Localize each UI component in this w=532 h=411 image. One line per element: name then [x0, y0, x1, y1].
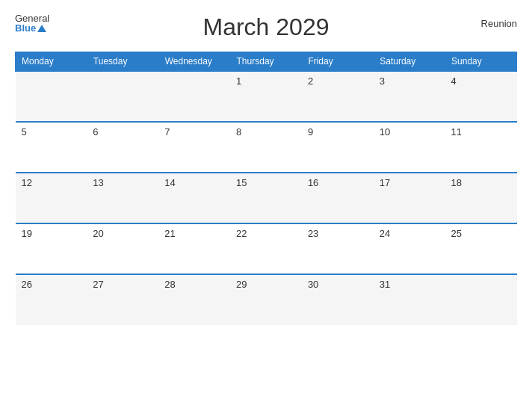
- col-friday: Friday: [302, 52, 374, 72]
- calendar-day: 10: [374, 122, 445, 173]
- calendar-day: 21: [158, 223, 230, 274]
- col-sunday: Sunday: [445, 52, 517, 72]
- calendar-day: [87, 71, 158, 122]
- calendar-day: 26: [16, 274, 87, 325]
- calendar-day: 9: [302, 122, 374, 173]
- calendar-day: 24: [374, 223, 445, 274]
- calendar-day: 3: [374, 71, 445, 122]
- month-title: March 2029: [203, 13, 330, 41]
- col-wednesday: Wednesday: [158, 52, 230, 72]
- calendar-body: 1234567891011121314151617181920212223242…: [16, 71, 517, 325]
- calendar-table: Monday Tuesday Wednesday Thursday Friday…: [15, 52, 517, 325]
- calendar-header-row: Monday Tuesday Wednesday Thursday Friday…: [16, 52, 517, 72]
- calendar-day: 4: [445, 71, 517, 122]
- calendar-header: General Blue March 2029 Reunion: [15, 13, 517, 41]
- calendar-day: 13: [87, 173, 158, 223]
- calendar-day: 5: [16, 122, 87, 173]
- calendar-day: 31: [374, 274, 445, 325]
- calendar-day: 6: [87, 122, 158, 173]
- logo-blue-text: Blue: [15, 23, 36, 33]
- calendar-day: 19: [16, 223, 87, 274]
- calendar-day: 16: [302, 173, 374, 223]
- col-saturday: Saturday: [374, 52, 445, 72]
- calendar-day: 23: [302, 223, 374, 274]
- calendar-week-row: 19202122232425: [16, 223, 517, 274]
- col-monday: Monday: [16, 52, 87, 72]
- calendar-day: 17: [374, 173, 445, 223]
- calendar-day: 7: [158, 122, 230, 173]
- calendar-day: 28: [158, 274, 230, 325]
- calendar-day: 27: [87, 274, 158, 325]
- calendar-week-row: 262728293031: [16, 274, 517, 325]
- col-tuesday: Tuesday: [87, 52, 158, 72]
- calendar-day: [16, 71, 87, 122]
- calendar-day: 1: [230, 71, 302, 122]
- calendar-week-row: 567891011: [16, 122, 517, 173]
- calendar-day: 18: [445, 173, 517, 223]
- logo: General Blue: [15, 13, 49, 33]
- calendar-day: 30: [302, 274, 374, 325]
- calendar-week-row: 1234: [16, 71, 517, 122]
- calendar-day: 22: [230, 223, 302, 274]
- calendar-week-row: 12131415161718: [16, 173, 517, 223]
- calendar-day: 29: [230, 274, 302, 325]
- calendar-day: 11: [445, 122, 517, 173]
- calendar-day: 2: [302, 71, 374, 122]
- calendar-container: General Blue March 2029 Reunion Monday T…: [0, 0, 532, 411]
- calendar-day: 20: [87, 223, 158, 274]
- logo-triangle-icon: [37, 25, 46, 32]
- region-label: Reunion: [481, 18, 517, 29]
- calendar-day: 8: [230, 122, 302, 173]
- calendar-day: 25: [445, 223, 517, 274]
- calendar-day: [445, 274, 517, 325]
- calendar-day: [158, 71, 230, 122]
- col-thursday: Thursday: [230, 52, 302, 72]
- calendar-day: 12: [16, 173, 87, 223]
- calendar-day: 14: [158, 173, 230, 223]
- calendar-day: 15: [230, 173, 302, 223]
